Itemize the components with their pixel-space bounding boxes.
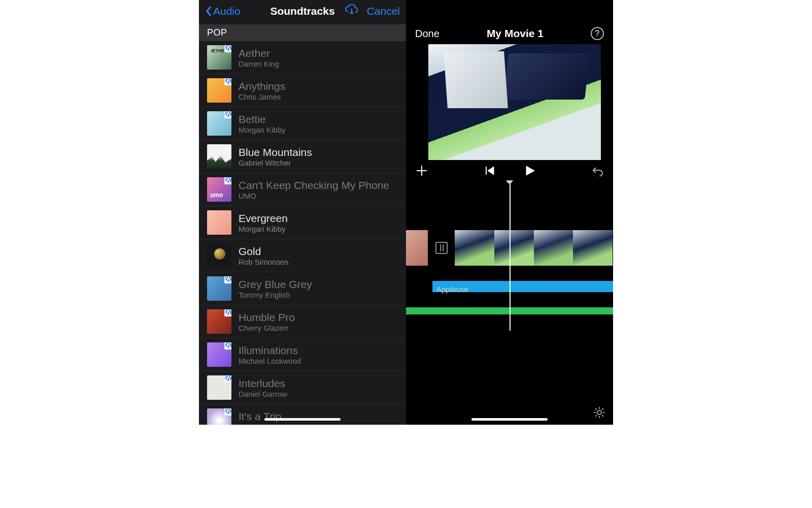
album-art: [207, 309, 231, 334]
album-art: [207, 210, 231, 235]
back-button[interactable]: Audio: [205, 5, 241, 17]
track-artist: Morgan Kibby: [239, 125, 286, 134]
cloud-download-icon: [224, 45, 231, 52]
chevron-left-icon: [205, 5, 212, 17]
nav-bar: Audio Soundtracks Cancel: [199, 0, 406, 24]
album-art: [207, 375, 231, 400]
track-title: Anythings: [239, 80, 285, 92]
cloud-download-icon: [224, 309, 231, 316]
album-art: [207, 45, 231, 70]
settings-button[interactable]: [593, 406, 606, 421]
track-row[interactable]: AnythingsChris James: [199, 74, 406, 107]
track-artist: Rob Simonsen: [239, 258, 288, 266]
track-row[interactable]: EvergreenMorgan Kibby: [199, 206, 406, 239]
play-button[interactable]: [524, 165, 535, 178]
soundtracks-screen: Audio Soundtracks Cancel POP AetherDarre…: [199, 0, 406, 425]
track-row[interactable]: InterludesDaniel Garrow: [199, 371, 406, 404]
cloud-download-icon: [224, 78, 231, 85]
help-button[interactable]: ?: [591, 27, 604, 40]
track-title: Evergreen: [239, 212, 288, 225]
track-row[interactable]: It's a TripJoywave: [199, 404, 406, 425]
download-all-icon[interactable]: [345, 4, 359, 18]
track-title: Interludes: [239, 377, 287, 390]
home-indicator[interactable]: [264, 418, 341, 421]
audio-clip-label: Applause: [436, 285, 468, 294]
track-artist: Gabriel Witcher: [239, 158, 312, 167]
album-art: [207, 276, 231, 301]
section-header: POP: [199, 24, 406, 41]
imovie-editor-screen: Done My Movie 1 ?: [406, 0, 613, 425]
video-preview[interactable]: [428, 44, 601, 160]
track-artist: Michael Lockwood: [239, 357, 301, 365]
track-row[interactable]: IlluminationsMichael Lockwood: [199, 338, 406, 371]
track-row[interactable]: Grey Blue GreyTommy English: [199, 272, 406, 305]
album-art: [207, 342, 231, 367]
track-artist: Chris James: [239, 92, 285, 101]
track-row[interactable]: AetherDarren King: [199, 41, 406, 74]
track-row[interactable]: Can't Keep Checking My PhoneUMO: [199, 173, 406, 206]
track-artist: Joywave: [239, 423, 282, 425]
editor-nav: Done My Movie 1 ?: [406, 23, 613, 44]
track-title: Gold: [239, 245, 288, 258]
home-indicator[interactable]: [471, 418, 548, 421]
album-art: [207, 144, 231, 169]
add-media-button[interactable]: [415, 164, 428, 179]
timeline[interactable]: Applause: [406, 183, 613, 425]
track-artist: Morgan Kibby: [239, 225, 288, 233]
clip-thumb[interactable]: [406, 230, 428, 266]
track-title: Illuminations: [239, 344, 301, 357]
track-title: Humble Pro: [239, 311, 295, 324]
svg-point-2: [597, 410, 601, 415]
track-artist: UMO: [239, 192, 389, 200]
svg-marker-1: [526, 166, 534, 175]
back-label: Audio: [213, 5, 241, 17]
transport-bar: [406, 160, 613, 183]
album-art: [207, 78, 231, 103]
clip-thumb[interactable]: [455, 230, 613, 266]
cloud-download-icon: [224, 276, 231, 283]
cloud-download-icon: [224, 177, 231, 184]
track-row[interactable]: Blue MountainsGabriel Witcher: [199, 140, 406, 173]
track-row[interactable]: Humble ProCherry Glazerr: [199, 305, 406, 338]
album-art: [207, 243, 231, 268]
album-art: [207, 177, 231, 202]
cloud-download-icon: [224, 408, 231, 416]
track-artist: Tommy English: [239, 291, 312, 299]
track-row[interactable]: GoldRob Simonsen: [199, 239, 406, 272]
track-title: Blue Mountains: [239, 146, 312, 158]
track-row[interactable]: BettieMorgan Kibby: [199, 107, 406, 140]
done-button[interactable]: Done: [415, 28, 439, 40]
project-title: My Movie 1: [487, 27, 544, 40]
skip-back-button[interactable]: [485, 166, 495, 178]
track-artist: Cherry Glazerr: [239, 324, 295, 332]
album-art: [207, 408, 231, 425]
cloud-download-icon: [224, 375, 231, 383]
track-title: Can't Keep Checking My Phone: [239, 179, 389, 192]
playhead[interactable]: [510, 183, 511, 331]
cloud-download-icon: [224, 342, 231, 350]
track-title: Aether: [239, 47, 279, 59]
cancel-button[interactable]: Cancel: [367, 5, 400, 17]
transition-marker[interactable]: [435, 242, 448, 254]
cloud-download-icon: [224, 111, 231, 118]
track-title: Grey Blue Grey: [239, 278, 312, 291]
track-list: AetherDarren KingAnythingsChris JamesBet…: [199, 41, 406, 425]
svg-marker-0: [488, 167, 494, 175]
track-artist: Darren King: [239, 59, 279, 68]
track-artist: Daniel Garrow: [239, 390, 287, 398]
track-title: Bettie: [239, 113, 286, 125]
album-art: [207, 111, 231, 136]
undo-button[interactable]: [592, 165, 604, 178]
